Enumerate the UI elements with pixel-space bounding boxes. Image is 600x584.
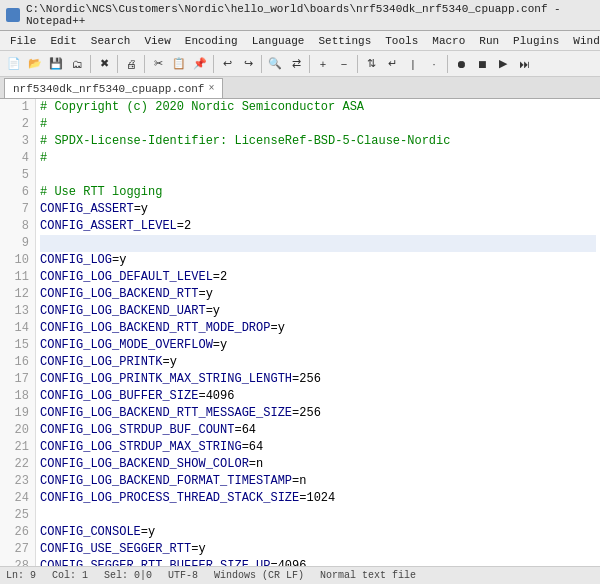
line-number: 17 [6, 371, 29, 388]
macro-stop-button[interactable]: ⏹ [472, 54, 492, 74]
menu-item-edit[interactable]: Edit [44, 34, 82, 48]
menu-item-settings[interactable]: Settings [312, 34, 377, 48]
print-button[interactable]: 🖨 [121, 54, 141, 74]
save-button[interactable]: 💾 [46, 54, 66, 74]
line-number: 16 [6, 354, 29, 371]
menu-item-file[interactable]: File [4, 34, 42, 48]
line-number: 1 [6, 99, 29, 116]
menu-item-tools[interactable]: Tools [379, 34, 424, 48]
undo-button[interactable]: ↩ [217, 54, 237, 74]
line-number: 27 [6, 541, 29, 558]
code-line: # Use RTT logging [40, 184, 596, 201]
menu-item-run[interactable]: Run [473, 34, 505, 48]
new-button[interactable]: 📄 [4, 54, 24, 74]
code-line: # [40, 150, 596, 167]
tab-bar: nrf5340dk_nrf5340_cpuapp.conf × [0, 77, 600, 99]
editor-tab[interactable]: nrf5340dk_nrf5340_cpuapp.conf × [4, 78, 223, 98]
menu-item-language[interactable]: Language [246, 34, 311, 48]
indent-guide-button[interactable]: | [403, 54, 423, 74]
line-number: 14 [6, 320, 29, 337]
code-line: CONFIG_LOG_MODE_OVERFLOW=y [40, 337, 596, 354]
menu-bar: FileEditSearchViewEncodingLanguageSettin… [0, 31, 600, 51]
line-number: 10 [6, 252, 29, 269]
code-line: # [40, 116, 596, 133]
line-number: 11 [6, 269, 29, 286]
line-number: 13 [6, 303, 29, 320]
redo-button[interactable]: ↪ [238, 54, 258, 74]
line-numbers: 1234567891011121314151617181920212223242… [0, 99, 36, 566]
line-number: 3 [6, 133, 29, 150]
open-button[interactable]: 📂 [25, 54, 45, 74]
status-type: Normal text file [320, 570, 416, 581]
separator-2 [117, 55, 118, 73]
zoom-out-button[interactable]: − [334, 54, 354, 74]
line-number: 8 [6, 218, 29, 235]
line-number: 22 [6, 456, 29, 473]
line-number: 25 [6, 507, 29, 524]
line-number: 15 [6, 337, 29, 354]
menu-item-plugins[interactable]: Plugins [507, 34, 565, 48]
code-line: CONFIG_LOG_BACKEND_RTT_MODE_DROP=y [40, 320, 596, 337]
code-line: CONFIG_LOG_BACKEND_SHOW_COLOR=n [40, 456, 596, 473]
code-line: CONFIG_LOG_PRINTK=y [40, 354, 596, 371]
find-button[interactable]: 🔍 [265, 54, 285, 74]
code-line: CONFIG_SEGGER_RTT_BUFFER_SIZE_UP=4096 [40, 558, 596, 566]
separator-8 [447, 55, 448, 73]
line-number: 6 [6, 184, 29, 201]
menu-item-window[interactable]: Window [567, 34, 600, 48]
whitespace-button[interactable]: · [424, 54, 444, 74]
line-number: 21 [6, 439, 29, 456]
line-number: 12 [6, 286, 29, 303]
editor-area[interactable]: 1234567891011121314151617181920212223242… [0, 99, 600, 566]
sync-scroll-button[interactable]: ⇅ [361, 54, 381, 74]
line-number: 20 [6, 422, 29, 439]
line-number: 26 [6, 524, 29, 541]
status-sel: Sel: 0|0 [104, 570, 152, 581]
menu-item-search[interactable]: Search [85, 34, 137, 48]
status-col: Col: 1 [52, 570, 88, 581]
line-number: 28 [6, 558, 29, 566]
code-line: CONFIG_LOG_PRINTK_MAX_STRING_LENGTH=256 [40, 371, 596, 388]
cut-button[interactable]: ✂ [148, 54, 168, 74]
code-line: CONFIG_LOG_BACKEND_RTT=y [40, 286, 596, 303]
separator-4 [213, 55, 214, 73]
menu-item-encoding[interactable]: Encoding [179, 34, 244, 48]
copy-button[interactable]: 📋 [169, 54, 189, 74]
status-encoding: UTF-8 [168, 570, 198, 581]
macro-play-button[interactable]: ▶ [493, 54, 513, 74]
zoom-in-button[interactable]: + [313, 54, 333, 74]
code-line: CONFIG_USE_SEGGER_RTT=y [40, 541, 596, 558]
title-text: C:\Nordic\NCS\Customers\Nordic\hello_wor… [26, 3, 594, 27]
title-bar: C:\Nordic\NCS\Customers\Nordic\hello_wor… [0, 0, 600, 31]
code-content[interactable]: # Copyright (c) 2020 Nordic Semiconducto… [36, 99, 600, 566]
code-line: # SPDX-License-Identifier: LicenseRef-BS… [40, 133, 596, 150]
code-line: CONFIG_LOG=y [40, 252, 596, 269]
separator-5 [261, 55, 262, 73]
code-line: CONFIG_ASSERT_LEVEL=2 [40, 218, 596, 235]
line-number: 24 [6, 490, 29, 507]
tab-close-button[interactable]: × [208, 84, 214, 94]
close-button[interactable]: ✖ [94, 54, 114, 74]
paste-button[interactable]: 📌 [190, 54, 210, 74]
code-line [40, 167, 596, 184]
run-macro-button[interactable]: ⏭ [514, 54, 534, 74]
code-line: CONFIG_LOG_STRDUP_MAX_STRING=64 [40, 439, 596, 456]
code-line: CONFIG_LOG_BUFFER_SIZE=4096 [40, 388, 596, 405]
menu-item-macro[interactable]: Macro [426, 34, 471, 48]
separator-7 [357, 55, 358, 73]
separator-6 [309, 55, 310, 73]
status-eol: Windows (CR LF) [214, 570, 304, 581]
macro-rec-button[interactable]: ⏺ [451, 54, 471, 74]
replace-button[interactable]: ⇄ [286, 54, 306, 74]
word-wrap-button[interactable]: ↵ [382, 54, 402, 74]
code-line: CONFIG_LOG_BACKEND_FORMAT_TIMESTAMP=n [40, 473, 596, 490]
save-all-button[interactable]: 🗂 [67, 54, 87, 74]
line-number: 2 [6, 116, 29, 133]
menu-item-view[interactable]: View [138, 34, 176, 48]
code-line [40, 507, 596, 524]
separator-1 [90, 55, 91, 73]
line-number: 18 [6, 388, 29, 405]
line-number: 9 [6, 235, 29, 252]
code-line: CONFIG_LOG_STRDUP_BUF_COUNT=64 [40, 422, 596, 439]
tab-label: nrf5340dk_nrf5340_cpuapp.conf [13, 83, 204, 95]
